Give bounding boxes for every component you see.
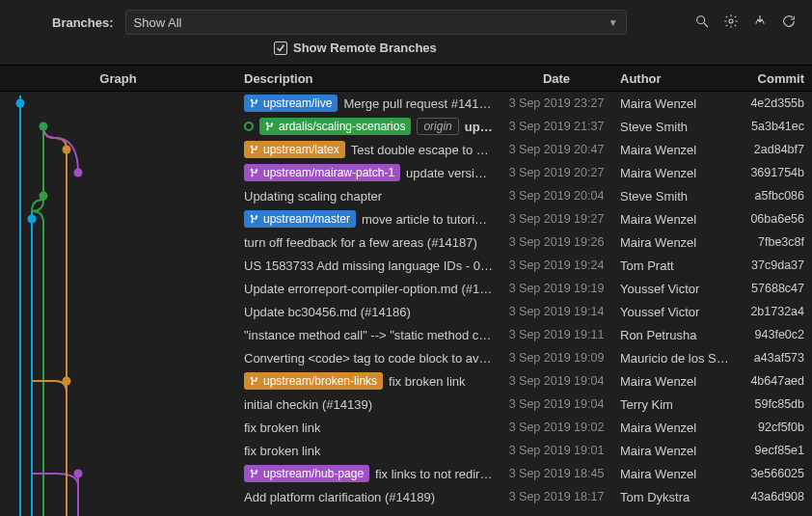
gear-icon[interactable] [723,14,739,32]
svg-point-8 [28,215,37,224]
commit-hash: 7fbe3c8f [738,235,812,249]
branch-tag[interactable]: upstream/mairaw-patch-1 [244,164,400,181]
commit-author: Terry Kim [612,397,738,412]
commit-date: 3 Sep 2019 20:47 [501,143,612,156]
svg-point-4 [40,122,48,131]
commit-author: Maira Wenzel [612,166,738,180]
commit-message: US 1583733 Add missing language IDs - 09… [244,258,493,273]
commit-author: Tom Dykstra [612,490,738,504]
commit-hash: 4e2d355b [738,96,812,110]
commit-message: turn off feedback for a few areas (#1418… [244,235,477,250]
commit-hash: 59fc85db [738,397,812,411]
commit-author: Tom Pratt [612,258,738,273]
commit-author: Youssef Victor [612,305,738,319]
origin-tag[interactable]: origin [417,118,458,135]
svg-point-3 [16,99,25,108]
branches-dropdown-value: Show All [134,15,182,30]
commit-message: Converting <code> tag to code block to a… [244,351,493,366]
svg-point-0 [697,15,705,23]
commit-message: Add platform clarification (#14189) [244,490,435,504]
commit-author: Mauricio de los San… [612,351,738,366]
svg-point-5 [63,146,71,154]
commit-author: Maira Wenzel [612,96,738,111]
commit-author: Maira Wenzel [612,467,738,481]
refresh-icon[interactable] [781,14,797,32]
commit-date: 3 Sep 2019 21:37 [501,120,612,133]
svg-point-10 [74,470,83,478]
commit-hash: 06ba6e56 [738,212,812,226]
commit-hash: 3e566025 [738,467,812,480]
branch-tag[interactable]: upstream/live [244,95,338,112]
branch-tag[interactable]: upstream/broken-links [244,372,383,390]
commit-hash: a43af573 [738,351,812,365]
commit-author: Maira Wenzel [612,143,738,157]
commit-hash: 5a3b41ec [738,120,812,133]
svg-point-2 [729,19,733,23]
commit-list: upstream/liveMerge pull request #1419…3 … [0,92,812,516]
commit-date: 3 Sep 2019 19:24 [501,258,612,272]
commit-hash: 92cf5f0b [738,421,812,434]
chevron-down-icon: ▼ [609,17,618,28]
commit-hash: 37c9da37 [738,258,812,272]
commit-hash: a5fbc086 [738,189,812,203]
commit-author: Maira Wenzel [612,235,738,250]
commit-date: 3 Sep 2019 19:19 [501,282,612,295]
branches-dropdown[interactable]: Show All ▼ [125,10,627,35]
commit-message: fix links to not redire… [375,467,493,481]
commit-message: move article to tutorials… [362,212,493,227]
branch-tag[interactable]: upstream/master [244,210,356,228]
commit-date: 3 Sep 2019 19:27 [501,212,612,226]
commit-author: Maira Wenzel [612,421,738,435]
commit-hash: 9ecf85e1 [738,444,812,457]
graph-canvas [0,92,236,516]
commit-date: 3 Sep 2019 19:26 [501,235,612,249]
commit-date: 3 Sep 2019 18:17 [501,490,612,503]
show-remote-label: Show Remote Branches [293,41,437,55]
branch-tag[interactable]: upstream/latex [244,141,345,158]
commit-author: Steve Smith [612,189,738,204]
commit-hash: 943fe0c2 [738,328,812,341]
show-remote-checkbox[interactable] [274,41,287,55]
commit-hash: 2ad84bf7 [738,143,812,156]
commit-message: fix broken link [244,421,320,435]
head-indicator [244,122,254,131]
commit-date: 3 Sep 2019 18:45 [501,467,612,480]
commit-hash: 4b647aed [738,374,812,388]
svg-point-9 [63,377,71,386]
branch-tag[interactable]: upstream/hub-page [244,465,369,482]
commit-message: Update errorreport-compiler-option.md (#… [244,282,493,296]
commit-date: 3 Sep 2019 19:01 [501,444,612,457]
commit-hash: 2b1732a4 [738,305,812,318]
branch-tag[interactable]: ardalis/scaling-scenarios [259,118,411,135]
branches-label: Branches: [52,15,114,30]
search-icon[interactable] [694,14,710,32]
commit-message: fix broken link [244,444,320,458]
commit-message: "instance method call" --> "static metho… [244,328,493,342]
commit-hash: 3691754b [738,166,812,179]
commit-author: Maira Wenzel [612,374,738,389]
commit-author: Youssef Victor [612,282,738,296]
commit-message: Updating scaling chapter [244,189,382,204]
svg-point-6 [74,169,83,177]
svg-line-1 [704,23,708,27]
header-graph[interactable]: Graph [0,71,236,86]
commit-date: 3 Sep 2019 19:14 [501,305,612,318]
header-date[interactable]: Date [501,71,612,86]
commit-message: update version… [406,166,493,180]
header-description[interactable]: Description [236,71,501,86]
header-commit[interactable]: Commit [738,71,812,86]
header-author[interactable]: Author [612,71,738,86]
commit-message: fix broken link [389,374,465,389]
commit-hash: 43a6d908 [738,490,812,503]
commit-message: Update bc30456.md (#14186) [244,305,411,319]
commit-date: 3 Sep 2019 19:02 [501,421,612,434]
commit-author: Steve Smith [612,120,738,134]
commit-date: 3 Sep 2019 20:04 [501,189,612,203]
commit-date: 3 Sep 2019 19:09 [501,351,612,365]
commit-message: Test double escape to re… [351,143,493,157]
commit-author: Maira Wenzel [612,444,738,458]
fetch-icon[interactable] [752,14,768,32]
commit-message: initial checkin (#14139) [244,397,372,412]
commit-author: Maira Wenzel [612,212,738,227]
commit-message: upda… [465,120,493,134]
